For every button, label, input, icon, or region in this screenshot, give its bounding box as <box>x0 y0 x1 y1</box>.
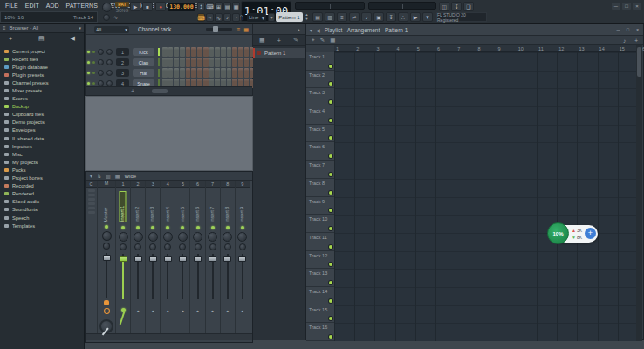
mixer-track-label[interactable]: Insert 8 <box>225 191 230 222</box>
step-cell[interactable] <box>186 68 191 78</box>
fader-handle[interactable] <box>149 256 157 262</box>
channel-enable-led[interactable] <box>87 82 90 85</box>
track-enable-led[interactable] <box>329 245 332 249</box>
playlist-scrollbar[interactable] <box>636 45 642 341</box>
channel-enable-led[interactable] <box>87 61 90 64</box>
mixer-dock-slot[interactable] <box>88 202 95 205</box>
mixer-sep-knob[interactable] <box>224 243 231 250</box>
midi-button[interactable]: ↧ <box>451 2 462 11</box>
channel-enable-led[interactable] <box>87 51 90 53</box>
mixer-track-label[interactable]: Insert 3 <box>150 191 155 222</box>
step-cell[interactable] <box>186 47 191 57</box>
list-tool-button[interactable]: ≡ <box>337 12 347 22</box>
browser-item-speech[interactable]: Speech <box>0 214 84 222</box>
typing-to-piano-button[interactable]: ⌨ <box>197 13 205 22</box>
track-enable-led[interactable] <box>329 100 332 104</box>
metronome-button[interactable]: ♪ <box>223 13 231 22</box>
mixer-sep-knob[interactable] <box>120 243 127 250</box>
mixer-route-icon[interactable]: ⇅ <box>97 173 101 179</box>
fader-handle[interactable] <box>103 255 111 261</box>
channel-pan-knob[interactable] <box>98 70 104 76</box>
track-enable-led[interactable] <box>329 317 332 320</box>
step-cell[interactable] <box>203 58 209 67</box>
channel-volume-knob[interactable] <box>106 49 113 55</box>
step-cell[interactable] <box>168 68 174 78</box>
playlist-track-header[interactable]: Track 16 <box>306 323 334 341</box>
channel-target-led[interactable] <box>92 72 95 74</box>
step-cell[interactable] <box>162 58 168 67</box>
playlist-track-header[interactable]: Track 12 <box>306 251 334 270</box>
mixer-fader[interactable] <box>131 254 145 299</box>
playlist-titlebar[interactable]: ▾ ◀ Playlist - Arrangement - Pattern 1 ─… <box>306 24 643 36</box>
mixer-grid-icon[interactable]: ▦ <box>115 173 120 179</box>
menu-file[interactable]: FILE <box>2 3 22 9</box>
step-cell[interactable] <box>227 58 232 67</box>
playlist-draw-icon[interactable]: ✎ <box>320 37 325 44</box>
mixer-dock-slot[interactable] <box>88 189 95 192</box>
channel-select-bracket[interactable] <box>158 48 160 56</box>
mixer-column-insert-4[interactable]: 4Insert 4▴ <box>161 181 175 333</box>
mixer-track-label[interactable]: Master <box>104 191 109 222</box>
mixer-sep-knob[interactable] <box>149 243 156 250</box>
step-grid-button[interactable]: ⊞ <box>215 2 223 10</box>
channel-number-badge[interactable]: 3 <box>116 69 129 77</box>
browser-item-recorded[interactable]: Recorded <box>0 182 84 190</box>
playlist-track-header[interactable]: Track 8 <box>306 179 334 197</box>
track-enable-led[interactable] <box>329 154 332 158</box>
mixer-fader[interactable] <box>175 254 189 299</box>
playlist-scroll-handle[interactable] <box>637 47 641 77</box>
chevron-up-icon[interactable]: ▴ <box>298 26 300 32</box>
mixer-track-label[interactable]: Insert 6 <box>195 191 201 222</box>
mixer-fader[interactable] <box>206 254 220 299</box>
browser-item-templates[interactable]: Templates <box>0 222 84 229</box>
play-button[interactable]: ▶ <box>130 2 140 11</box>
fader-handle[interactable] <box>164 256 172 262</box>
pat-mode-label[interactable]: PAT <box>115 2 129 7</box>
fx-slot-arrow-icon[interactable]: ▴ <box>211 308 214 313</box>
step-cell[interactable] <box>232 47 237 57</box>
pattern-tool-button[interactable]: ▣ <box>373 12 384 22</box>
pattern-selector[interactable]: Pattern 1 <box>276 12 303 22</box>
fader-handle[interactable] <box>120 256 127 262</box>
mixer-titlebar[interactable]: ▾ ⇅ ▥ ▦ Wide <box>86 172 252 181</box>
picker-add-icon[interactable]: + <box>277 38 281 44</box>
step-cell[interactable] <box>215 68 220 78</box>
step-cell[interactable] <box>244 68 250 78</box>
playlist-close-button[interactable]: × <box>634 27 641 33</box>
mixer-track-led[interactable] <box>181 226 184 229</box>
mixer-track-led[interactable] <box>136 226 140 229</box>
tempo-display[interactable]: 130.000 <box>168 3 195 11</box>
picker-item-pattern-1[interactable]: Pattern 1 <box>253 48 305 58</box>
mixer-pan-knob[interactable] <box>178 232 188 242</box>
track-enable-led[interactable] <box>329 191 332 195</box>
track-enable-led[interactable] <box>329 281 332 284</box>
mixer-fader[interactable] <box>190 254 204 299</box>
mixer-track-label[interactable]: Insert 1 <box>120 191 127 222</box>
channel-target-led[interactable] <box>92 51 95 53</box>
channel-name-button[interactable]: Hat <box>133 69 154 77</box>
add-pattern-button[interactable]: + <box>268 13 275 22</box>
swing-slider[interactable] <box>206 28 232 31</box>
fx-slot-arrow-icon[interactable]: ▴ <box>242 308 244 313</box>
playlist-track-header[interactable]: Track 9 <box>306 197 334 216</box>
fx-slot-arrow-icon[interactable]: ▴ <box>137 308 140 313</box>
browser-item-rendered[interactable]: Rendered <box>0 190 84 198</box>
step-cell[interactable] <box>209 58 215 67</box>
step-cell[interactable] <box>238 58 243 67</box>
track-enable-led[interactable] <box>329 173 332 176</box>
step-cell[interactable] <box>209 68 215 78</box>
mixer-column-insert-2[interactable]: 2Insert 2▴ <box>131 181 146 333</box>
channel-number-badge[interactable]: 1 <box>116 48 129 56</box>
mixer-track-label[interactable]: Insert 7 <box>210 191 216 222</box>
mixer-pan-knob[interactable] <box>148 232 158 242</box>
marker-tool-button[interactable]: ▶ <box>410 12 421 22</box>
step-cell[interactable] <box>180 58 185 67</box>
step-cell[interactable] <box>244 47 250 57</box>
track-enable-led[interactable] <box>329 335 332 339</box>
mixer-track-led[interactable] <box>121 226 125 229</box>
mixer-column-insert-8[interactable]: 8Insert 8▴ <box>221 181 236 333</box>
playlist-note-icon[interactable]: ♪ <box>623 38 626 44</box>
mixer-tool-button[interactable]: ▥ <box>325 12 335 22</box>
mixer-fader[interactable] <box>146 254 160 299</box>
registered-badge[interactable]: FL STUDIO 20 Registered <box>436 12 487 22</box>
